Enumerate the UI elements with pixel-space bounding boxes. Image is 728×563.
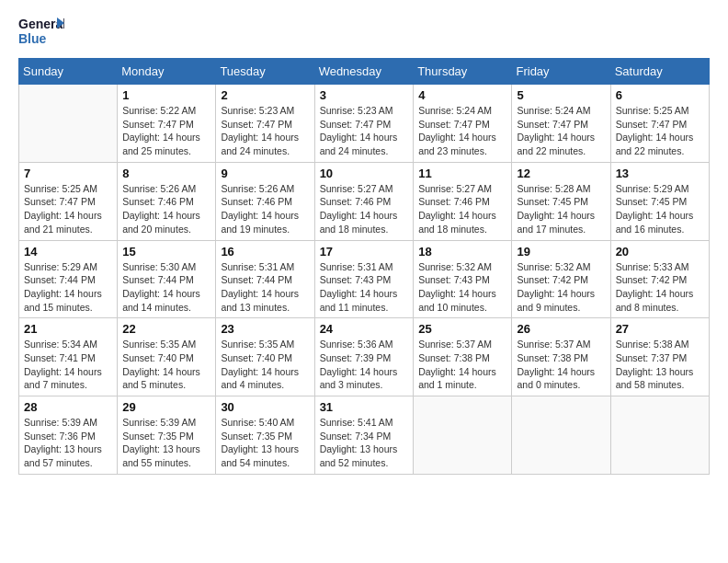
day-info: Sunrise: 5:35 AMSunset: 7:40 PMDaylight:… [122, 338, 210, 392]
day-cell-24: 24Sunrise: 5:36 AMSunset: 7:39 PMDayligh… [314, 318, 414, 396]
day-info: Sunrise: 5:31 AMSunset: 7:43 PMDaylight:… [320, 260, 409, 315]
day-info: Sunrise: 5:25 AMSunset: 7:47 PMDaylight:… [616, 104, 704, 158]
day-number: 24 [320, 322, 409, 336]
day-cell-3: 3Sunrise: 5:23 AMSunset: 7:47 PMDaylight… [314, 85, 414, 163]
day-info: Sunrise: 5:37 AMSunset: 7:38 PMDaylight:… [517, 338, 605, 392]
day-cell-21: 21Sunrise: 5:34 AMSunset: 7:41 PMDayligh… [19, 318, 118, 396]
day-info: Sunrise: 5:26 AMSunset: 7:46 PMDaylight:… [122, 182, 210, 236]
day-number: 15 [122, 245, 210, 259]
day-number: 17 [320, 245, 409, 259]
day-cell-27: 27Sunrise: 5:38 AMSunset: 7:37 PMDayligh… [610, 318, 709, 396]
col-header-saturday: Saturday [610, 59, 709, 85]
day-info: Sunrise: 5:37 AMSunset: 7:38 PMDaylight:… [418, 338, 506, 392]
col-header-sunday: Sunday [19, 59, 118, 85]
day-cell-15: 15Sunrise: 5:30 AMSunset: 7:44 PMDayligh… [118, 240, 216, 318]
day-info: Sunrise: 5:32 AMSunset: 7:42 PMDaylight:… [517, 260, 605, 315]
day-number: 8 [122, 167, 210, 180]
day-cell-7: 7Sunrise: 5:25 AMSunset: 7:47 PMDaylight… [19, 162, 118, 240]
day-number: 30 [221, 400, 309, 414]
week-row-2: 7Sunrise: 5:25 AMSunset: 7:47 PMDaylight… [19, 162, 710, 240]
day-info: Sunrise: 5:28 AMSunset: 7:45 PMDaylight:… [517, 182, 605, 236]
day-cell-5: 5Sunrise: 5:24 AMSunset: 7:47 PMDaylight… [512, 85, 610, 163]
day-number: 11 [418, 167, 506, 180]
day-cell-25: 25Sunrise: 5:37 AMSunset: 7:38 PMDayligh… [414, 318, 512, 396]
day-cell-20: 20Sunrise: 5:33 AMSunset: 7:42 PMDayligh… [610, 240, 709, 318]
empty-cell [19, 85, 118, 163]
logo-svg: General Blue [18, 14, 64, 51]
empty-cell [610, 396, 709, 475]
day-cell-11: 11Sunrise: 5:27 AMSunset: 7:46 PMDayligh… [414, 162, 512, 240]
day-number: 1 [122, 88, 210, 102]
day-number: 21 [24, 322, 112, 336]
day-cell-2: 2Sunrise: 5:23 AMSunset: 7:47 PMDaylight… [216, 85, 314, 163]
day-info: Sunrise: 5:39 AMSunset: 7:36 PMDaylight:… [24, 416, 112, 470]
col-header-friday: Friday [512, 59, 610, 85]
day-number: 19 [517, 245, 605, 259]
day-number: 12 [517, 167, 605, 180]
day-number: 22 [122, 322, 210, 336]
day-info: Sunrise: 5:27 AMSunset: 7:46 PMDaylight:… [320, 182, 409, 236]
day-number: 9 [221, 167, 309, 180]
day-number: 13 [616, 167, 704, 180]
day-cell-4: 4Sunrise: 5:24 AMSunset: 7:47 PMDaylight… [414, 85, 512, 163]
day-cell-13: 13Sunrise: 5:29 AMSunset: 7:45 PMDayligh… [610, 162, 709, 240]
day-number: 16 [221, 245, 309, 259]
empty-cell [512, 396, 610, 475]
day-info: Sunrise: 5:27 AMSunset: 7:46 PMDaylight:… [418, 182, 506, 236]
day-info: Sunrise: 5:35 AMSunset: 7:40 PMDaylight:… [221, 338, 309, 392]
day-cell-10: 10Sunrise: 5:27 AMSunset: 7:46 PMDayligh… [314, 162, 414, 240]
svg-text:Blue: Blue [18, 31, 47, 46]
day-number: 3 [320, 88, 409, 102]
day-number: 14 [24, 245, 112, 259]
day-number: 27 [616, 322, 704, 336]
day-info: Sunrise: 5:26 AMSunset: 7:46 PMDaylight:… [221, 182, 309, 236]
day-cell-6: 6Sunrise: 5:25 AMSunset: 7:47 PMDaylight… [610, 85, 709, 163]
day-cell-14: 14Sunrise: 5:29 AMSunset: 7:44 PMDayligh… [19, 240, 118, 318]
day-cell-31: 31Sunrise: 5:41 AMSunset: 7:34 PMDayligh… [314, 396, 414, 475]
day-number: 20 [616, 245, 704, 259]
day-info: Sunrise: 5:23 AMSunset: 7:47 PMDaylight:… [221, 104, 309, 158]
day-cell-23: 23Sunrise: 5:35 AMSunset: 7:40 PMDayligh… [216, 318, 314, 396]
col-header-wednesday: Wednesday [314, 59, 414, 85]
day-info: Sunrise: 5:38 AMSunset: 7:37 PMDaylight:… [616, 338, 704, 392]
header-row: SundayMondayTuesdayWednesdayThursdayFrid… [19, 59, 710, 85]
day-number: 29 [122, 400, 210, 414]
col-header-monday: Monday [118, 59, 216, 85]
day-info: Sunrise: 5:32 AMSunset: 7:43 PMDaylight:… [418, 260, 506, 315]
day-info: Sunrise: 5:30 AMSunset: 7:44 PMDaylight:… [122, 260, 210, 315]
day-cell-18: 18Sunrise: 5:32 AMSunset: 7:43 PMDayligh… [414, 240, 512, 318]
day-cell-17: 17Sunrise: 5:31 AMSunset: 7:43 PMDayligh… [314, 240, 414, 318]
day-info: Sunrise: 5:23 AMSunset: 7:47 PMDaylight:… [320, 104, 409, 158]
day-info: Sunrise: 5:24 AMSunset: 7:47 PMDaylight:… [517, 104, 605, 158]
week-row-3: 14Sunrise: 5:29 AMSunset: 7:44 PMDayligh… [19, 240, 710, 318]
week-row-5: 28Sunrise: 5:39 AMSunset: 7:36 PMDayligh… [19, 396, 710, 475]
day-number: 26 [517, 322, 605, 336]
day-info: Sunrise: 5:24 AMSunset: 7:47 PMDaylight:… [418, 104, 506, 158]
day-info: Sunrise: 5:34 AMSunset: 7:41 PMDaylight:… [24, 338, 112, 392]
day-cell-26: 26Sunrise: 5:37 AMSunset: 7:38 PMDayligh… [512, 318, 610, 396]
day-number: 28 [24, 400, 112, 414]
day-info: Sunrise: 5:33 AMSunset: 7:42 PMDaylight:… [616, 260, 704, 315]
day-cell-30: 30Sunrise: 5:40 AMSunset: 7:35 PMDayligh… [216, 396, 314, 475]
day-number: 5 [517, 88, 605, 102]
day-cell-12: 12Sunrise: 5:28 AMSunset: 7:45 PMDayligh… [512, 162, 610, 240]
page-header: General Blue [18, 18, 710, 51]
day-number: 25 [418, 322, 506, 336]
day-cell-19: 19Sunrise: 5:32 AMSunset: 7:42 PMDayligh… [512, 240, 610, 318]
day-number: 31 [320, 400, 409, 414]
logo: General Blue [18, 14, 64, 51]
day-number: 18 [418, 245, 506, 259]
col-header-tuesday: Tuesday [216, 59, 314, 85]
day-info: Sunrise: 5:39 AMSunset: 7:35 PMDaylight:… [122, 416, 210, 470]
day-number: 6 [616, 88, 704, 102]
day-cell-22: 22Sunrise: 5:35 AMSunset: 7:40 PMDayligh… [118, 318, 216, 396]
day-info: Sunrise: 5:31 AMSunset: 7:44 PMDaylight:… [221, 260, 309, 315]
day-info: Sunrise: 5:29 AMSunset: 7:44 PMDaylight:… [24, 260, 112, 315]
day-cell-9: 9Sunrise: 5:26 AMSunset: 7:46 PMDaylight… [216, 162, 314, 240]
day-cell-1: 1Sunrise: 5:22 AMSunset: 7:47 PMDaylight… [118, 85, 216, 163]
day-cell-16: 16Sunrise: 5:31 AMSunset: 7:44 PMDayligh… [216, 240, 314, 318]
day-cell-29: 29Sunrise: 5:39 AMSunset: 7:35 PMDayligh… [118, 396, 216, 475]
empty-cell [414, 396, 512, 475]
day-number: 7 [24, 167, 112, 180]
day-cell-8: 8Sunrise: 5:26 AMSunset: 7:46 PMDaylight… [118, 162, 216, 240]
